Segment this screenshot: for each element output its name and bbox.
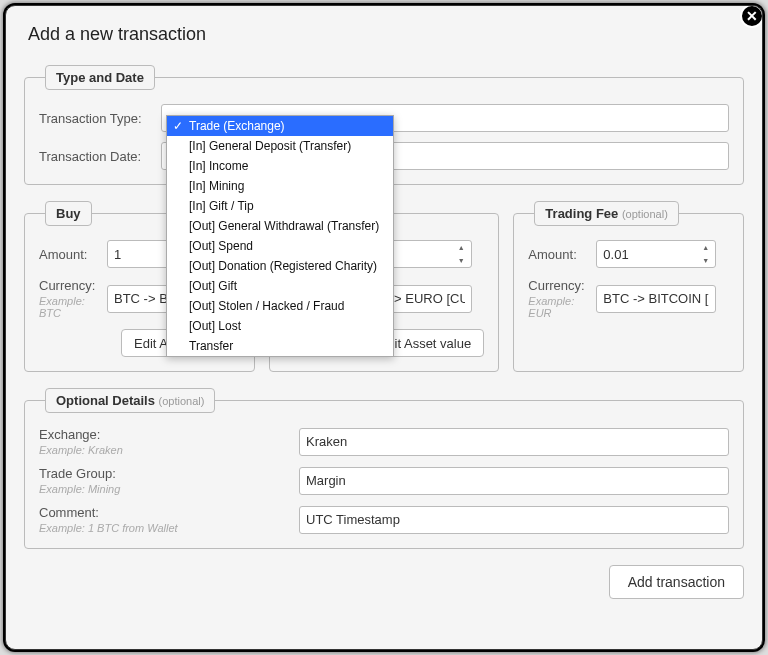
transaction-type-option[interactable]: [In] General Deposit (Transfer) <box>167 136 393 156</box>
fee-amount-stepper[interactable]: ▲▼ <box>702 244 712 264</box>
transaction-type-option[interactable]: Trade (Exchange) <box>167 116 393 136</box>
buy-legend: Buy <box>45 201 92 226</box>
transaction-type-option[interactable]: [Out] Donation (Registered Charity) <box>167 256 393 276</box>
buy-currency-example: Example: BTC <box>39 295 107 319</box>
transaction-type-option[interactable]: [Out] Lost <box>167 316 393 336</box>
transaction-type-option[interactable]: [In] Income <box>167 156 393 176</box>
trade-group-example: Example: Mining <box>39 483 299 495</box>
type-and-date-legend: Type and Date <box>45 65 155 90</box>
transaction-type-label: Transaction Type: <box>39 111 161 126</box>
fee-currency-example: Example: EUR <box>528 295 596 319</box>
transaction-type-option[interactable]: Transfer <box>167 336 393 356</box>
transaction-type-option[interactable]: [In] Gift / Tip <box>167 196 393 216</box>
trade-group-label: Trade Group: <box>39 466 116 481</box>
fee-currency-label: Currency: <box>528 278 584 293</box>
fee-currency-input[interactable] <box>596 285 716 313</box>
buy-currency-label: Currency: <box>39 278 95 293</box>
close-icon: ✕ <box>746 9 758 23</box>
fee-amount-input[interactable] <box>596 240 716 268</box>
exchange-label: Exchange: <box>39 427 100 442</box>
buy-amount-label: Amount: <box>39 247 107 262</box>
optional-details-section: Optional Details (optional) Exchange: Ex… <box>24 388 744 549</box>
trade-group-input[interactable] <box>299 467 729 495</box>
close-button[interactable]: ✕ <box>740 5 763 28</box>
add-transaction-modal: ✕ Add a new transaction Type and Date Tr… <box>5 5 763 650</box>
transaction-type-option[interactable]: [Out] Spend <box>167 236 393 256</box>
transaction-type-option[interactable]: [Out] Gift <box>167 276 393 296</box>
comment-example: Example: 1 BTC from Wallet <box>39 522 299 534</box>
add-transaction-button[interactable]: Add transaction <box>609 565 744 599</box>
exchange-input[interactable] <box>299 428 729 456</box>
trading-fee-section: Trading Fee (optional) Amount: ▲▼ Curren… <box>513 201 744 372</box>
transaction-type-dropdown[interactable]: Trade (Exchange)[In] General Deposit (Tr… <box>166 115 394 357</box>
modal-title: Add a new transaction <box>28 24 744 45</box>
transaction-date-label: Transaction Date: <box>39 149 161 164</box>
exchange-example: Example: Kraken <box>39 444 299 456</box>
fee-amount-label: Amount: <box>528 247 596 262</box>
comment-label: Comment: <box>39 505 99 520</box>
trading-fee-legend: Trading Fee (optional) <box>534 201 678 226</box>
transaction-type-option[interactable]: [In] Mining <box>167 176 393 196</box>
comment-input[interactable] <box>299 506 729 534</box>
transaction-type-option[interactable]: [Out] General Withdrawal (Transfer) <box>167 216 393 236</box>
optional-details-legend: Optional Details (optional) <box>45 388 215 413</box>
sell-amount-stepper[interactable]: ▲▼ <box>458 244 468 264</box>
transaction-type-option[interactable]: [Out] Stolen / Hacked / Fraud <box>167 296 393 316</box>
